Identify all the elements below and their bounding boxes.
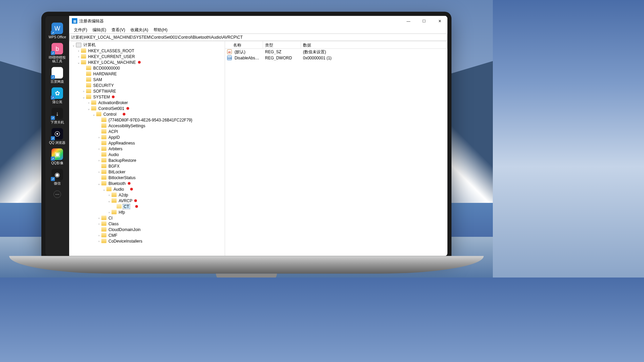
collapse-icon[interactable]: ⌄ (86, 107, 91, 110)
tree-label: CMF (108, 233, 118, 237)
tree-node[interactable]: ›AppID (69, 134, 225, 140)
expand-icon[interactable]: › (76, 49, 81, 52)
value-type: REG_SZ (263, 50, 301, 54)
tree-label: SYSTEM (93, 94, 110, 99)
tree-node[interactable]: ACPI (69, 129, 225, 134)
tree-label: BitlockerStatus (108, 175, 136, 180)
expand-icon[interactable]: › (97, 135, 101, 139)
collapse-icon[interactable]: ⌄ (71, 43, 76, 46)
expand-icon[interactable]: › (97, 147, 101, 150)
tree-node[interactable]: SECURITY (69, 82, 225, 88)
tree-node[interactable]: CloudDomainJoin (69, 227, 225, 232)
app-icon: ✿↗ (52, 88, 63, 99)
tree-label: SAM (93, 77, 103, 82)
tree-node[interactable]: ›Hfp (69, 209, 225, 215)
value-row[interactable]: ab(默认)REG_SZ(数值未设置) (225, 49, 447, 55)
tree-node[interactable]: {7746D80F-97E0-4E26-9543-26B41FC22F79} (69, 117, 225, 123)
tree-node[interactable]: ⌄Control (69, 111, 225, 117)
tree-node[interactable]: AppReadiness (69, 140, 225, 146)
tree-node[interactable]: ⌄AVRCP (69, 198, 225, 204)
collapse-icon[interactable]: ⌄ (81, 95, 86, 98)
tree-node[interactable]: ›CoDeviceInstallers (69, 238, 225, 244)
tree-label: HARDWARE (93, 71, 118, 76)
collapse-icon[interactable]: ⌄ (102, 187, 106, 191)
expand-icon[interactable]: › (81, 89, 86, 93)
desktop-icon[interactable]: W↗WPS Office (48, 23, 67, 39)
tree-node[interactable]: ›CI (69, 215, 225, 221)
desktop-icon[interactable]: ▣↗QQ影像 (48, 149, 67, 165)
value-type: REG_DWORD (263, 56, 301, 60)
tree-node[interactable]: CT (69, 204, 225, 209)
tree-node[interactable]: Audio (69, 152, 225, 157)
tree-node[interactable]: SAM (69, 77, 225, 82)
expand-icon[interactable]: › (97, 158, 101, 162)
desktop-icon[interactable]: ⦿↗QQ 浏览器 (48, 128, 67, 145)
column-data[interactable]: 数据 (301, 41, 447, 49)
expand-icon[interactable]: › (107, 193, 112, 196)
registry-tree[interactable]: ⌄计算机›HKEY_CLASSES_ROOT›HKEY_CURRENT_USER… (69, 41, 225, 256)
tree-node[interactable]: ⌄HKEY_LOCAL_MACHINE (69, 59, 225, 65)
desktop-icon[interactable]: b↗哔哩哔哩投稿工具 (48, 43, 67, 63)
tree-node[interactable]: ›CMF (69, 232, 225, 238)
menu-view[interactable]: 查看(V) (109, 26, 128, 34)
desktop-icon[interactable]: ∞↗百度网盘 (48, 67, 67, 83)
minimize-button[interactable]: — (401, 16, 416, 26)
tree-label: A2dp (118, 192, 129, 197)
expand-icon[interactable]: › (97, 239, 101, 243)
tree-node[interactable]: ⌄Audio (69, 186, 225, 192)
tree-node[interactable]: ›BackupRestore (69, 157, 225, 163)
expand-icon[interactable]: › (97, 170, 101, 173)
collapse-icon[interactable]: ⌄ (76, 60, 81, 64)
menu-file[interactable]: 文件(F) (71, 26, 90, 34)
tree-node[interactable]: HARDWARE (69, 71, 225, 77)
column-type[interactable]: 类型 (263, 41, 301, 49)
collapse-icon[interactable]: ⌄ (97, 182, 101, 185)
tree-node[interactable]: ›A2dp (69, 192, 225, 198)
maximize-button[interactable]: ☐ (416, 16, 432, 26)
menu-edit[interactable]: 编辑(E) (90, 26, 109, 34)
shortcut-overlay-icon: ↗ (51, 31, 55, 35)
desktop-icon[interactable]: ◉↗微信 (48, 169, 67, 185)
desktop-icon[interactable]: ↓↗下滑关机 (48, 108, 67, 124)
expand-icon[interactable]: › (107, 210, 112, 214)
address-bar[interactable] (69, 34, 447, 41)
titlebar[interactable]: ▦ 注册表编辑器 — ☐ ✕ (69, 16, 447, 26)
expand-icon[interactable]: › (97, 233, 101, 237)
expand-icon[interactable]: › (86, 101, 91, 104)
shortcut-overlay-icon: ↗ (51, 177, 55, 181)
folder-icon (101, 158, 106, 163)
tree-node[interactable]: ⌄计算机 (69, 42, 225, 48)
menu-favorites[interactable]: 收藏夹(A) (128, 26, 151, 34)
expand-icon[interactable]: › (97, 222, 101, 225)
tree-node[interactable]: ›HKEY_CLASSES_ROOT (69, 48, 225, 54)
laptop-notch (216, 274, 277, 278)
tree-node[interactable]: BCD00000000 (69, 65, 225, 71)
folder-icon (112, 198, 117, 203)
tree-node[interactable]: ›Class (69, 221, 225, 227)
tree-label: HKEY_CURRENT_USER (87, 54, 136, 59)
tree-node[interactable]: AccessibilitySettings (69, 123, 225, 129)
collapse-icon[interactable]: ⌄ (107, 199, 112, 202)
tree-node[interactable]: ⌄ControlSet001 (69, 106, 225, 111)
tree-node[interactable]: BitlockerStatus (69, 175, 225, 180)
value-name: DisableAbsolut... (233, 56, 263, 60)
tree-node[interactable]: ⌄Bluetooth (69, 180, 225, 186)
desktop-more-icon[interactable]: ⋯ (54, 191, 61, 198)
tree-node[interactable]: ›BitLocker (69, 169, 225, 175)
expand-icon[interactable]: › (76, 55, 81, 58)
tree-node[interactable]: BGFX (69, 163, 225, 169)
tree-node[interactable]: ›ActivationBroker (69, 100, 225, 106)
tree-node[interactable]: ›SOFTWARE (69, 88, 225, 94)
tree-node[interactable]: ⌄SYSTEM (69, 94, 225, 100)
collapse-icon[interactable]: ⌄ (92, 112, 96, 116)
desktop-icon[interactable]: ✿↗蒲公英 (48, 88, 67, 104)
value-row[interactable]: 110DisableAbsolut...REG_DWORD0x00000001 … (225, 55, 447, 61)
tree-node[interactable]: ›Arbiters (69, 146, 225, 152)
tree-node[interactable]: ›HKEY_CURRENT_USER (69, 54, 225, 59)
app-icon: b↗ (52, 43, 63, 55)
expand-icon[interactable]: › (97, 216, 101, 220)
app-label: 微信 (54, 182, 61, 185)
menu-help[interactable]: 帮助(H) (151, 26, 170, 34)
column-name[interactable]: 名称 (225, 41, 263, 49)
close-button[interactable]: ✕ (432, 16, 447, 26)
